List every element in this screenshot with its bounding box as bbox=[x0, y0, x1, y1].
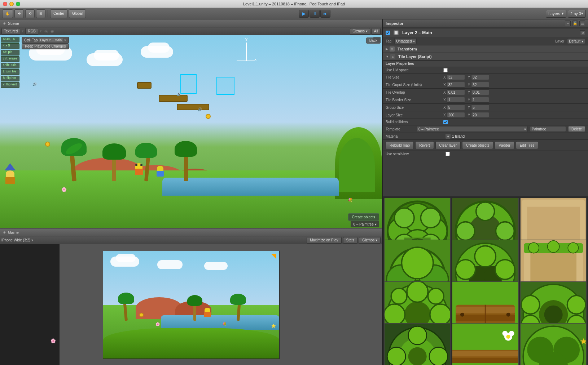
group-size-x-input[interactable] bbox=[447, 104, 465, 110]
scale-tool-button[interactable]: ⊞ bbox=[36, 9, 45, 18]
game-toolbar: iPhone Wide (3:2) ▾ Maximize on Play Sta… bbox=[0, 236, 382, 244]
tile-layer-title: Tile Layer (Script) bbox=[398, 54, 432, 59]
material-label: Material bbox=[386, 134, 443, 138]
keep-playmode-button[interactable]: Keep Playmode Changes bbox=[22, 43, 69, 49]
palmtree-overlay: 0 – Palmtree ▾ bbox=[351, 221, 379, 227]
step-button[interactable]: ⏭ bbox=[320, 10, 330, 18]
template-name-input[interactable] bbox=[530, 126, 566, 132]
game-flower-3: ⭐ bbox=[271, 324, 276, 328]
tile-grid bbox=[383, 196, 588, 365]
tile-output-x-input[interactable] bbox=[447, 82, 465, 88]
tile-size-y-input[interactable] bbox=[471, 74, 489, 80]
rgb-button[interactable]: RGB bbox=[25, 28, 38, 35]
tile-border-x-input[interactable] bbox=[447, 97, 465, 103]
tile-border-label: Tile Border Size bbox=[386, 98, 443, 102]
svg-point-55 bbox=[391, 288, 407, 304]
game-gizmos-button[interactable]: Gizmos ▾ bbox=[359, 237, 381, 244]
layer-settings-button[interactable]: ⚙ bbox=[580, 30, 585, 35]
layout-dropdown[interactable]: 2 by 3 ▾ bbox=[568, 10, 586, 18]
template-dropdown[interactable]: 0 – Palmtree ▾ bbox=[417, 126, 528, 132]
back-button[interactable]: Back bbox=[366, 37, 381, 44]
platform-2 bbox=[137, 82, 152, 89]
gizmos-button[interactable]: Gizmos ▾ bbox=[350, 28, 370, 35]
edit-tiles-button[interactable]: Edit Tiles bbox=[516, 141, 539, 149]
svg-point-83 bbox=[408, 326, 427, 344]
border-y-label: Y bbox=[468, 98, 470, 102]
tile-size-x-input[interactable] bbox=[447, 74, 465, 80]
minimize-button[interactable] bbox=[9, 2, 14, 6]
close-button[interactable] bbox=[3, 2, 7, 6]
game-toolbar-right: Maximize on Play Stats Gizmos ▾ bbox=[307, 237, 381, 244]
rotate-tool-button[interactable]: ⟲ bbox=[25, 9, 35, 18]
inspector-collapse-button[interactable]: – bbox=[565, 21, 571, 26]
tile-layer-section-header[interactable]: ▼ S Tile Layer (Script) bbox=[383, 53, 588, 61]
maximize-on-play-button[interactable]: Maximize on Play bbox=[307, 237, 341, 244]
layers-dropdown[interactable]: Layers ▾ bbox=[546, 10, 566, 18]
tile-overlap-x-input[interactable] bbox=[447, 89, 465, 95]
tile-output-y-input[interactable] bbox=[471, 82, 489, 88]
inspector-lock-button[interactable]: 🔒 bbox=[572, 21, 578, 26]
palmtree-dropdown-scene[interactable]: 0 – Palmtree ▾ bbox=[351, 221, 379, 227]
global-button[interactable]: Global bbox=[69, 9, 86, 18]
palm-tree-3 bbox=[144, 151, 148, 181]
all-button[interactable]: All bbox=[372, 28, 381, 35]
svg-rect-22 bbox=[524, 201, 583, 207]
stats-button[interactable]: Stats bbox=[343, 237, 358, 244]
layer-dropdown[interactable]: Default ▾ bbox=[567, 38, 585, 44]
transform-section-header[interactable]: ▶ ⊞ Transform bbox=[383, 45, 588, 53]
layer-size-label: Layer Size bbox=[386, 113, 443, 117]
layer-size-y-input[interactable] bbox=[471, 112, 489, 118]
tile-size-y-label: Y bbox=[468, 75, 470, 79]
inspector-header: Inspector – 🔒 ☰ bbox=[383, 19, 588, 27]
tile-cell-11[interactable] bbox=[452, 323, 518, 365]
game-flower-2: 💐 bbox=[222, 322, 227, 326]
revert-button[interactable]: Revert bbox=[415, 141, 434, 149]
textured-button[interactable]: Textured bbox=[1, 28, 20, 35]
game-tab[interactable]: Game bbox=[8, 230, 19, 235]
group-size-row: Group Size X Y bbox=[383, 104, 588, 111]
hand-tool-button[interactable]: ✋ bbox=[2, 9, 13, 18]
group-size-label: Group Size bbox=[386, 106, 443, 110]
tile-cell-10[interactable] bbox=[384, 323, 451, 365]
tile-overlap-y-input[interactable] bbox=[471, 89, 489, 95]
create-objects-button[interactable]: Create objects bbox=[462, 141, 493, 149]
tile-cell-12[interactable] bbox=[520, 323, 587, 365]
svg-point-6 bbox=[394, 208, 414, 228]
overlap-y-label: Y bbox=[468, 90, 470, 94]
scene-tab[interactable]: Scene bbox=[8, 21, 19, 26]
build-colliders-checkbox[interactable] bbox=[443, 120, 448, 124]
use-uv-checkbox[interactable] bbox=[443, 68, 448, 72]
rebuild-map-button[interactable]: Rebuild map bbox=[386, 141, 414, 149]
tag-dropdown[interactable]: Untagged ▾ bbox=[394, 38, 416, 44]
padder-button[interactable]: Padder bbox=[495, 141, 514, 149]
center-button[interactable]: Center bbox=[50, 9, 67, 18]
output-x-label: X bbox=[443, 83, 446, 87]
tile-overlap-label: Tile Overlap bbox=[386, 90, 443, 94]
delete-button[interactable]: Delete bbox=[568, 126, 585, 132]
y-axis-line bbox=[246, 43, 247, 61]
maximize-button[interactable] bbox=[16, 2, 20, 6]
inspector-content: ⬜ Layer 2 – Main ⚙ Tag Untagged ▾ Layer … bbox=[383, 27, 588, 196]
inspector-menu-button[interactable]: ☰ bbox=[579, 21, 585, 26]
title-bar: Level1.1.unity – 20110818 – iPhone, iPod… bbox=[0, 0, 588, 8]
pause-button[interactable]: ⏸ bbox=[310, 10, 320, 18]
play-controls: ▶ ⏸ ⏭ bbox=[299, 10, 330, 18]
layer-size-x-input[interactable] bbox=[447, 112, 465, 118]
svg-point-45 bbox=[528, 242, 539, 253]
layer-active-checkbox[interactable] bbox=[386, 31, 390, 35]
group-size-y-input[interactable] bbox=[471, 104, 489, 110]
tile-size-xy: X Y bbox=[443, 74, 585, 80]
speaker-icon-2: 🔊 bbox=[198, 107, 202, 111]
svg-point-16 bbox=[496, 222, 514, 240]
create-objects-scene-button[interactable]: Create objects bbox=[348, 213, 379, 221]
t-turn-tile-label: t: turn tile bbox=[1, 69, 19, 75]
platform-3 bbox=[177, 104, 209, 110]
svg-point-46 bbox=[547, 240, 559, 252]
move-tool-button[interactable]: ✛ bbox=[14, 9, 24, 18]
tile-border-y-input[interactable] bbox=[471, 97, 489, 103]
y-axis-label: y bbox=[245, 37, 247, 41]
clear-layer-button[interactable]: Clear layer bbox=[435, 141, 461, 149]
palm-tree-1 bbox=[72, 149, 76, 181]
play-button[interactable]: ▶ bbox=[299, 10, 309, 18]
scrollview-checkbox[interactable] bbox=[446, 152, 450, 156]
